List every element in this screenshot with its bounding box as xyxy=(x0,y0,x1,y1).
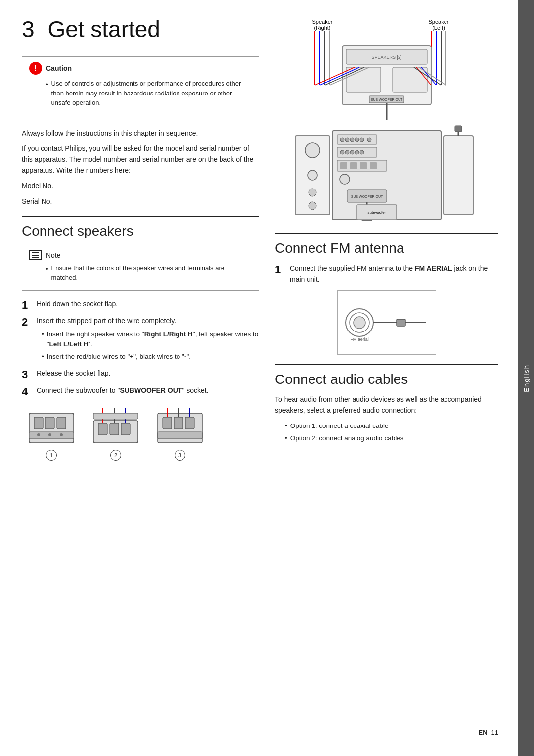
step-2: 2 Insert the stripped part of the wire c… xyxy=(22,316,259,364)
caution-title: Caution xyxy=(46,64,72,72)
terminal-2: 2 xyxy=(91,408,140,461)
step-4: 4 Connect the subwoofer to "SUBWOOFER OU… xyxy=(22,385,259,398)
step-3: 3 Release the socket flap. xyxy=(22,368,259,381)
audio-intro: To hear audio from other audio devices a… xyxy=(275,394,498,416)
caution-text: • Use of controls or adjustments or perf… xyxy=(46,79,252,108)
side-tab: English xyxy=(518,0,534,756)
svg-text:Speaker: Speaker xyxy=(312,19,333,25)
svg-rect-40 xyxy=(393,67,427,92)
audio-bullets: • Option 1: connect a coaxial cable • Op… xyxy=(285,421,498,444)
model-line: Model No. xyxy=(22,181,259,191)
svg-point-64 xyxy=(367,138,371,142)
svg-point-59 xyxy=(340,138,344,142)
main-unit-diagram: SUB WOOFER OUT subwoofer xyxy=(275,126,498,225)
page-footer: EN 11 xyxy=(22,725,498,736)
fm-section-divider xyxy=(275,233,498,234)
svg-point-6 xyxy=(48,433,51,436)
footer-lang: EN xyxy=(478,729,487,736)
svg-rect-15 xyxy=(93,413,138,419)
svg-rect-19 xyxy=(185,417,194,429)
svg-point-7 xyxy=(60,433,63,436)
svg-point-54 xyxy=(308,170,317,180)
svg-rect-75 xyxy=(370,162,377,169)
step-1: 1 Hold down the socket flap. xyxy=(22,299,259,312)
terminal-boxes-diagram: 1 xyxy=(22,408,259,461)
svg-rect-17 xyxy=(163,417,172,429)
note-header: Note xyxy=(29,250,252,260)
svg-text:SUB WOOFER OUT: SUB WOOFER OUT xyxy=(371,98,403,101)
footer-page: 11 xyxy=(491,729,498,736)
svg-point-69 xyxy=(355,150,359,154)
serial-line: Serial No. xyxy=(22,196,259,207)
audio-section-divider xyxy=(275,364,498,365)
chapter-number: 3 xyxy=(22,16,35,42)
note-text: • Ensure that the colors of the speaker … xyxy=(46,263,252,283)
note-icon xyxy=(29,250,42,260)
speaker-conn-diagram: Speaker (Right) Speaker (Left) xyxy=(275,16,498,120)
svg-point-70 xyxy=(360,150,364,154)
svg-point-61 xyxy=(350,138,354,142)
svg-rect-74 xyxy=(360,162,367,169)
svg-text:(Right): (Right) xyxy=(314,25,330,31)
svg-rect-2 xyxy=(45,417,54,429)
note-title: Note xyxy=(46,251,61,259)
svg-point-66 xyxy=(340,150,344,154)
svg-point-88 xyxy=(354,317,365,329)
caution-icon: ! xyxy=(29,62,42,75)
svg-text:subwoofer: subwoofer xyxy=(368,210,386,215)
svg-point-53 xyxy=(305,143,320,158)
note-box: Note • Ensure that the colors of the spe… xyxy=(22,246,259,291)
connect-audio-heading: Connect audio cables xyxy=(275,372,498,387)
svg-rect-72 xyxy=(340,162,347,169)
svg-point-68 xyxy=(350,150,354,154)
connect-speakers-heading: Connect speakers xyxy=(22,216,259,239)
svg-point-62 xyxy=(355,138,359,142)
svg-rect-20 xyxy=(158,432,202,439)
svg-text:SUB WOOFER OUT: SUB WOOFER OUT xyxy=(351,195,383,198)
intro-para1: Always follow the instructions in this c… xyxy=(22,128,259,139)
svg-rect-73 xyxy=(350,162,357,169)
connect-fm-heading: Connect FM antenna xyxy=(275,240,498,256)
svg-rect-18 xyxy=(174,417,183,429)
caution-box: ! Caution • Use of controls or adjustmen… xyxy=(22,56,259,117)
svg-rect-83 xyxy=(455,126,462,132)
svg-rect-4 xyxy=(29,432,74,439)
svg-point-5 xyxy=(37,433,40,436)
svg-rect-11 xyxy=(121,423,130,435)
terminal-3: 3 xyxy=(155,408,205,461)
fm-step-1: 1 Connect the supplied FM antenna to the… xyxy=(275,263,498,284)
svg-point-76 xyxy=(340,174,350,184)
intro-para2: If you contact Philips, you will be aske… xyxy=(22,143,259,176)
audio-bullet-1: • Option 1: connect a coaxial cable xyxy=(285,421,498,431)
svg-text:(Left): (Left) xyxy=(432,25,445,31)
chapter-title: Get started xyxy=(47,16,160,42)
svg-point-55 xyxy=(309,189,316,196)
svg-text:FM aerial: FM aerial xyxy=(350,337,369,342)
svg-point-67 xyxy=(345,150,349,154)
chapter-heading: 3 Get started xyxy=(22,16,259,43)
svg-rect-81 xyxy=(444,136,473,215)
svg-point-56 xyxy=(309,202,316,210)
svg-rect-9 xyxy=(98,423,107,435)
svg-rect-1 xyxy=(34,417,43,429)
svg-rect-10 xyxy=(110,423,119,435)
svg-rect-90 xyxy=(397,319,405,326)
terminal-1: 1 xyxy=(27,408,76,461)
svg-point-60 xyxy=(345,138,349,142)
side-tab-label: English xyxy=(523,364,530,392)
caution-header: ! Caution xyxy=(29,62,252,75)
svg-point-63 xyxy=(360,138,364,142)
fm-aerial-diagram: FM aerial xyxy=(275,290,498,355)
audio-bullet-2: • Option 2: connect analog audio cables xyxy=(285,433,498,443)
svg-text:Speaker: Speaker xyxy=(429,19,449,25)
step-2-subbullets: • Insert the right speaker wires to "Rig… xyxy=(42,330,259,362)
svg-text:SPEAKERS [2]: SPEAKERS [2] xyxy=(371,55,401,60)
svg-rect-3 xyxy=(57,417,66,429)
